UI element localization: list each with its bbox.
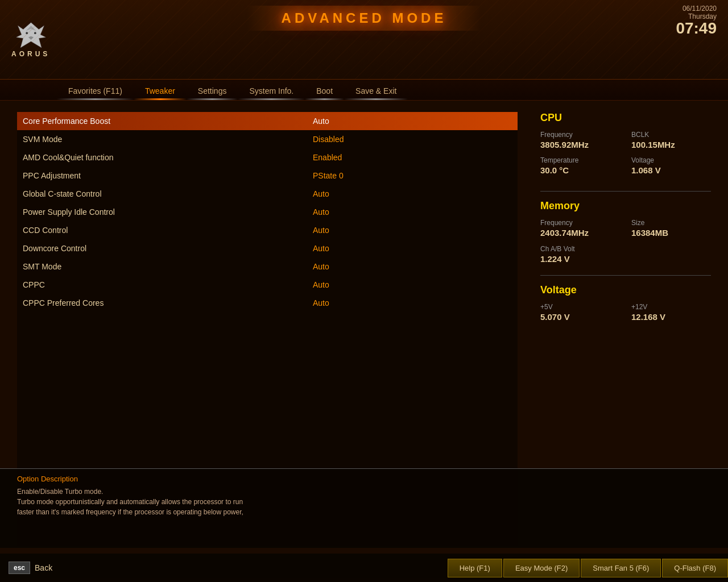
cpu-frequency-label-col: Frequency 3805.92MHz (540, 131, 620, 154)
option-desc-line3: faster than it's marked frequency if the… (17, 507, 711, 517)
setting-row-downcore-control[interactable]: Downcore Control Auto (17, 239, 518, 257)
setting-name-amd-cool-quiet: AMD Cool&Quiet function (17, 153, 307, 162)
nav-underline-favorites (57, 98, 134, 100)
setting-row-ppc-adjustment[interactable]: PPC Adjustment PState 0 (17, 167, 518, 185)
option-desc-text: Enable/Disable Turbo mode. Turbo mode op… (17, 487, 711, 517)
cpu-voltage-value: 1.068 V (631, 165, 711, 175)
setting-row-power-supply-idle[interactable]: Power Supply Idle Control Auto (17, 203, 518, 221)
cpu-voltage-label: Voltage (631, 156, 711, 164)
divider-memory-voltage (540, 275, 711, 276)
cpu-frequency-value: 3805.92MHz (540, 140, 620, 149)
nav-favorites[interactable]: Favorites (F11) (57, 80, 134, 100)
cpu-temperature-label: Temperature (540, 156, 620, 164)
voltage-5v-value: 5.070 V (540, 312, 620, 322)
datetime-date: 06/11/2020 Thursday (676, 5, 717, 20)
nav-underline-settings (187, 98, 238, 100)
memory-size-col: Size 16384MB (631, 219, 711, 242)
setting-row-svm-mode[interactable]: SVM Mode Disabled (17, 130, 518, 148)
setting-name-core-perf-boost: Core Performance Boost (17, 117, 307, 126)
setting-row-core-perf-boost[interactable]: Core Performance Boost Auto (17, 112, 518, 130)
memory-frequency-value: 2403.74MHz (540, 228, 620, 238)
smart-fan-button[interactable]: Smart Fan 5 (F6) (581, 559, 661, 577)
voltage-12v-col: +12V 12.168 V (631, 303, 711, 326)
setting-name-cppc-preferred: CPPC Preferred Cores (17, 298, 307, 307)
cpu-bclk-col: BCLK 100.15MHz (631, 131, 711, 154)
voltage-12v-label: +12V (631, 303, 711, 311)
memory-ch-volt-value: 1.224 V (540, 254, 711, 264)
cpu-section-title: CPU (540, 112, 711, 124)
voltage-12v-value: 12.168 V (631, 312, 711, 322)
setting-row-cppc-preferred[interactable]: CPPC Preferred Cores Auto (17, 294, 518, 312)
top-header: AORUS ADVANCED MODE 06/11/2020 Thursday … (0, 0, 728, 80)
setting-value-global-cstate: Auto (307, 189, 518, 198)
option-description-area: Option Description Enable/Disable Turbo … (0, 468, 728, 548)
setting-name-svm-mode: SVM Mode (17, 135, 307, 144)
setting-name-global-cstate: Global C-state Control (17, 189, 307, 198)
cpu-voltage-col: Voltage 1.068 V (631, 156, 711, 180)
memory-frequency-col: Frequency 2403.74MHz (540, 219, 620, 242)
setting-row-global-cstate[interactable]: Global C-state Control Auto (17, 185, 518, 203)
setting-row-ccd-control[interactable]: CCD Control Auto (17, 221, 518, 239)
cpu-section: CPU Frequency 3805.92MHz BCLK 100.15MHz … (540, 112, 711, 180)
esc-back-button[interactable]: esc Back (0, 554, 61, 582)
easy-mode-button[interactable]: Easy Mode (F2) (503, 559, 580, 577)
divider-cpu-memory (540, 191, 711, 192)
nav-system-info[interactable]: System Info. (238, 80, 305, 100)
option-desc-title: Option Description (17, 475, 711, 483)
voltage-section: Voltage +5V 5.070 V +12V 12.168 V (540, 284, 711, 326)
nav-tweaker[interactable]: Tweaker (134, 80, 187, 100)
cpu-temperature-col: Temperature 30.0 °C (540, 156, 620, 180)
datetime-time: 07:49 (676, 20, 717, 36)
setting-name-ccd-control: CCD Control (17, 226, 307, 235)
footer-buttons: Help (F1) Easy Mode (F2) Smart Fan 5 (F6… (448, 559, 728, 577)
nav-save-exit[interactable]: Save & Exit (344, 80, 408, 100)
qflash-button[interactable]: Q-Flash (F8) (662, 559, 728, 577)
cpu-temperature-value: 30.0 °C (540, 165, 620, 175)
memory-info-grid: Frequency 2403.74MHz Size 16384MB (540, 219, 711, 242)
memory-size-value: 16384MB (631, 228, 711, 238)
memory-section: Memory Frequency 2403.74MHz Size 16384MB… (540, 200, 711, 264)
setting-name-smt-mode: SMT Mode (17, 262, 307, 271)
setting-value-downcore-control: Auto (307, 244, 518, 253)
setting-name-ppc-adjustment: PPC Adjustment (17, 171, 307, 180)
setting-name-cppc: CPPC (17, 280, 307, 289)
nav-bar: Favorites (F11) Tweaker Settings System … (0, 80, 728, 101)
page-title-area: ADVANCED MODE (247, 6, 481, 31)
memory-section-title: Memory (540, 200, 711, 212)
voltage-info-grid: +5V 5.070 V +12V 12.168 V (540, 303, 711, 326)
setting-value-cppc-preferred: Auto (307, 298, 518, 307)
voltage-5v-col: +5V 5.070 V (540, 303, 620, 326)
page-title: ADVANCED MODE (282, 10, 447, 26)
setting-value-cppc: Auto (307, 280, 518, 289)
memory-frequency-label: Frequency (540, 219, 620, 227)
cpu-info-grid: Frequency 3805.92MHz BCLK 100.15MHz Temp… (540, 131, 711, 180)
nav-underline-boot (305, 98, 344, 100)
cpu-bclk-value: 100.15MHz (631, 140, 711, 149)
setting-row-smt-mode[interactable]: SMT Mode Auto (17, 257, 518, 276)
esc-key: esc (9, 562, 30, 574)
nav-underline-tweaker (134, 98, 187, 100)
option-desc-line2: Turbo mode opportunistically and automat… (17, 497, 711, 507)
voltage-section-title: Voltage (540, 284, 711, 296)
datetime: 06/11/2020 Thursday 07:49 (676, 5, 717, 36)
setting-value-power-supply-idle: Auto (307, 207, 518, 217)
option-desc-line1: Enable/Disable Turbo mode. (17, 487, 711, 497)
setting-value-core-perf-boost: Auto (307, 117, 518, 126)
setting-value-amd-cool-quiet: Enabled (307, 153, 518, 162)
cpu-bclk-label: BCLK (631, 131, 711, 139)
memory-ch-volt-col: Ch A/B Volt 1.224 V (540, 245, 711, 264)
voltage-5v-label: +5V (540, 303, 620, 311)
setting-name-power-supply-idle: Power Supply Idle Control (17, 207, 307, 217)
back-label: Back (35, 563, 52, 572)
help-button[interactable]: Help (F1) (448, 559, 502, 577)
memory-size-label: Size (631, 219, 711, 227)
setting-value-ccd-control: Auto (307, 226, 518, 235)
nav-settings[interactable]: Settings (187, 80, 238, 100)
memory-ch-volt-label: Ch A/B Volt (540, 245, 711, 253)
setting-row-cppc[interactable]: CPPC Auto (17, 276, 518, 294)
setting-value-ppc-adjustment: PState 0 (307, 171, 518, 180)
footer: esc Back Help (F1) Easy Mode (F2) Smart … (0, 554, 728, 582)
nav-underline-sysinfo (238, 98, 305, 100)
setting-row-amd-cool-quiet[interactable]: AMD Cool&Quiet function Enabled (17, 148, 518, 167)
nav-boot[interactable]: Boot (305, 80, 344, 100)
